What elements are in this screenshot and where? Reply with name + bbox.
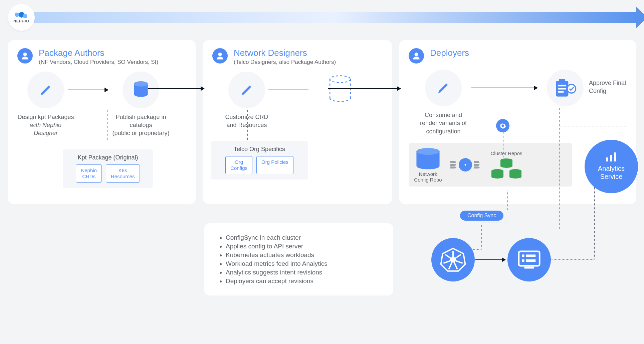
dotted-connector (481, 223, 507, 223)
dotted-connector (559, 126, 626, 126)
analytics-label: Analytics Service (598, 164, 625, 181)
svg-point-17 (416, 148, 439, 155)
panel-title: Deployers (430, 48, 469, 58)
author-publish-caption: Publish package in catalogs (public or p… (108, 113, 174, 137)
panel-network-designers: Network Designers (Telco Designers, also… (203, 40, 392, 204)
author-design-node: Design kpt Packages with Nephio Designer (17, 72, 74, 137)
user-icon (409, 48, 424, 64)
config-sync-pill: Config Sync (460, 211, 503, 221)
pill-label: Config Sync (467, 213, 496, 218)
svg-point-6 (218, 52, 222, 56)
pencil-icon (425, 70, 462, 106)
pencil-icon (228, 72, 265, 108)
kpt-package-box: Kpt Package (Original) Nephio CRDs K8s R… (63, 149, 153, 188)
dotted-connector (247, 110, 248, 140)
panel-subtitle: (Telco Designers, also Package Authors) (234, 59, 336, 66)
flow-line (268, 90, 308, 90)
svg-point-5 (134, 81, 148, 86)
panel-package-authors: Package Authors (NF Vendors, Cloud Provi… (8, 40, 196, 204)
authors-flow: Design kpt Packages with Nephio Designer… (17, 72, 186, 137)
svg-point-3 (23, 52, 27, 56)
author-design-caption: Design kpt Packages with Nephio Designer (17, 113, 74, 137)
panel-subtitle: (NF Vendors, Cloud Providers, SO Vendors… (39, 59, 158, 66)
note-item: ConfigSync in each cluster (226, 234, 382, 241)
pencil-icon (27, 72, 64, 108)
svg-rect-12 (558, 88, 566, 90)
notes-list: ConfigSync in each cluster Applies confi… (216, 234, 382, 285)
panels-row: Package Authors (NF Vendors, Cloud Provi… (8, 40, 636, 204)
panel-title: Network Designers (234, 48, 336, 58)
database-icon (123, 72, 159, 108)
analytics-service: Analytics Service (585, 140, 638, 193)
flow-arrow (475, 259, 505, 260)
chip-nephio-crds: Nephio CRDs (76, 164, 102, 183)
dotted-connector (503, 132, 503, 163)
panel-header: Deployers (409, 48, 627, 64)
caption-line: Design kpt Packages (17, 114, 74, 120)
dashboard-icon (507, 238, 551, 281)
note-item: Deployers can accept revisions (226, 277, 382, 285)
dotted-connector (507, 191, 508, 210)
designers-flow: Customize CRD and Resources (212, 72, 383, 129)
nephio-logo: NEPHIO (8, 4, 35, 31)
svg-point-21 (500, 164, 512, 168)
database-icon (413, 147, 443, 171)
dotted-connector (481, 223, 482, 249)
user-icon (17, 48, 33, 64)
kubernetes-icon (431, 238, 475, 281)
svg-rect-10 (559, 79, 565, 83)
note-item: Analytics suggests intent revisions (226, 269, 382, 276)
stream-arrows-icon (450, 160, 457, 170)
svg-rect-11 (558, 85, 566, 87)
cluster-repos-label: Cluster Repos (490, 150, 522, 156)
hexes-icon (14, 12, 28, 20)
svg-rect-43 (522, 259, 524, 262)
timeline-arrow (31, 12, 636, 23)
deployer-consume-caption: Consume and render variants of configura… (420, 111, 467, 135)
svg-point-8 (415, 52, 418, 56)
gear-icon (459, 158, 472, 171)
designer-customize-node: Customize CRD and Resources (218, 72, 275, 129)
dotted-connector (559, 108, 560, 229)
flow-timeline: NEPHIO (8, 6, 636, 29)
svg-marker-0 (15, 12, 19, 17)
pkg-box-title: Kpt Package (Original) (77, 154, 138, 161)
stream-arrows-icon (473, 160, 481, 170)
notes-card: ConfigSync in each cluster Applies confi… (204, 223, 393, 296)
svg-rect-30 (614, 152, 616, 161)
chip-org-configs: Org Configs (225, 156, 252, 174)
gear-icon (496, 119, 509, 132)
svg-rect-40 (519, 251, 540, 266)
svg-rect-41 (522, 254, 524, 257)
chip-org-policies: Org Policies (256, 156, 293, 174)
author-publish-node: Publish package in catalogs (public or p… (108, 72, 174, 137)
svg-line-34 (453, 254, 461, 260)
repo-transfer-box: Network Config Repo Cluster Repos (409, 143, 572, 187)
deployer-approve-caption: Approve Final Config (589, 79, 642, 95)
chip-k8s-resources: K8s Resources (106, 164, 140, 183)
svg-rect-45 (524, 266, 534, 268)
note-item: Workload metrics feed into Analytics (226, 260, 382, 267)
svg-line-39 (445, 254, 453, 260)
note-item: Applies config to API server (226, 243, 382, 250)
cluster-repos-icon (488, 156, 525, 180)
clipboard-check-icon (547, 70, 584, 106)
panel-deployers: Deployers Consume and render variants of… (399, 40, 636, 204)
panel-header: Package Authors (NF Vendors, Cloud Provi… (17, 48, 186, 66)
flow-arrow (68, 90, 108, 90)
note-item: Kubernetes actuates workloads (226, 251, 382, 259)
panel-title: Package Authors (39, 48, 158, 58)
svg-marker-2 (23, 14, 27, 18)
flow-arrow (471, 88, 538, 88)
bar-chart-icon (605, 152, 617, 162)
svg-rect-28 (606, 157, 608, 161)
network-config-repo-label: Network Config Repo (414, 171, 442, 183)
svg-point-7 (330, 76, 351, 83)
dotted-connector (594, 187, 595, 259)
panel-header: Network Designers (Telco Designers, also… (212, 48, 383, 66)
dashed-cylinder-icon (322, 72, 359, 108)
deployer-approve-node (544, 70, 587, 106)
pkg-box-title: Telco Org Specifics (234, 146, 285, 153)
user-icon (212, 48, 228, 64)
telco-specifics-box: Telco Org Specifics Org Configs Org Poli… (211, 141, 308, 180)
